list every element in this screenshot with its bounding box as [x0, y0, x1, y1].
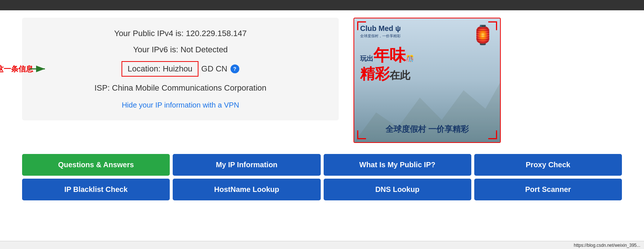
- corner-tr-decoration: [488, 21, 497, 30]
- questions-answers-button[interactable]: Questions & Answers: [22, 154, 170, 176]
- corner-tl-decoration: [357, 21, 366, 30]
- ipv4-line: Your Public IPv4 is: 120.229.158.147: [44, 29, 317, 38]
- info-icon[interactable]: ?: [230, 64, 239, 73]
- corner-br-decoration: [488, 130, 497, 139]
- what-is-my-public-ip-button[interactable]: What Is My Public IP?: [324, 154, 471, 176]
- hostname-lookup-button[interactable]: HostName Lookup: [173, 179, 320, 200]
- ad-content: Club Med ψ 全球度假村，一价享精彩 玩出年味🎊 精彩在此 🏮 全球度假…: [354, 18, 500, 142]
- proxy-check-button[interactable]: Proxy Check: [474, 154, 622, 176]
- port-scanner-button[interactable]: Port Scanner: [474, 179, 622, 200]
- ad-main-line1: 玩出: [360, 55, 373, 62]
- main-area: Your Public IPv4 is: 120.229.158.147 You…: [0, 10, 644, 150]
- ipv6-line: Your IPv6 is: Not Detected: [44, 45, 317, 55]
- status-url: https://blog.csdn.net/weixin_395...: [574, 243, 640, 248]
- corner-bl-decoration: [357, 130, 366, 139]
- ad-panel: 广告 ✕ Club Med ψ 全球度假村，一价享精彩 玩出年味🎊 精彩在此 🏮…: [353, 18, 501, 143]
- location-row: 比如：复制这一条信息 Location: Huizhou GD CN ?: [44, 61, 317, 77]
- location-suffix: GD CN: [201, 64, 228, 74]
- ip-blacklist-check-button[interactable]: IP Blacklist Check: [22, 179, 170, 200]
- ad-tagline1: 玩出年味🎊: [360, 45, 494, 66]
- ad-main-line2: 精彩在此: [360, 66, 494, 81]
- dns-lookup-button[interactable]: DNS Lookup: [324, 179, 471, 200]
- green-arrow-icon: [29, 63, 48, 74]
- ad-main-suffix: 在此: [390, 70, 410, 81]
- info-panel: Your Public IPv4 is: 120.229.158.147 You…: [22, 18, 339, 120]
- ad-main-decoration: 🎊: [406, 55, 414, 62]
- location-with-box: Location: Huizhou GD CN ?: [122, 61, 239, 77]
- ad-main-highlight: 年味: [373, 46, 406, 64]
- vpn-link[interactable]: Hide your IP information with a VPN: [44, 101, 317, 109]
- my-ip-information-button[interactable]: My IP Information: [173, 154, 320, 176]
- chinese-annotation: 比如：复制这一条信息: [0, 64, 33, 74]
- top-bar: [0, 0, 644, 10]
- location-box: Location: Huizhou: [122, 61, 198, 77]
- location-text: Location: Huizhou: [127, 64, 192, 73]
- ad-background: Club Med ψ 全球度假村，一价享精彩 玩出年味🎊 精彩在此 🏮 全球度假…: [354, 18, 500, 142]
- buttons-area: Questions & Answers My IP Information Wh…: [0, 150, 644, 200]
- status-bar: https://blog.csdn.net/weixin_395...: [0, 241, 644, 249]
- isp-line: ISP: China Mobile Communications Corpora…: [44, 83, 317, 93]
- ad-bottom-text: 全球度假村 一价享精彩: [354, 124, 500, 135]
